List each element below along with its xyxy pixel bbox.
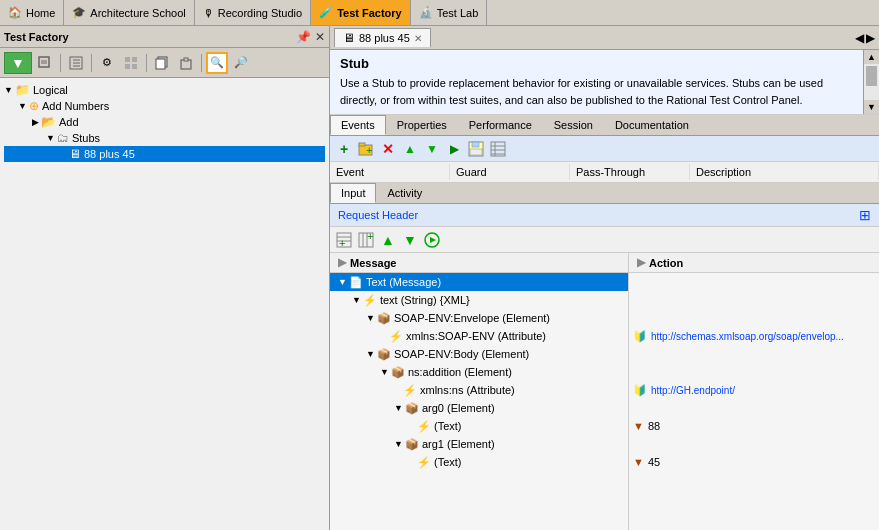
action-col-label: Action bbox=[649, 257, 683, 269]
action-link-3[interactable]: http://schemas.xmlsoap.org/soap/envelop.… bbox=[651, 331, 844, 342]
expand-add[interactable]: ▶ bbox=[32, 117, 39, 127]
toolbar-sep-3 bbox=[146, 54, 147, 72]
tree-item-add-numbers[interactable]: ▼ ⊕ Add Numbers bbox=[4, 98, 325, 114]
tab-input[interactable]: Input bbox=[330, 183, 376, 203]
msg-row-arg1-text[interactable]: ▶ ⚡ (Text) bbox=[330, 453, 628, 471]
msg-down-button[interactable]: ▼ bbox=[400, 230, 420, 250]
close-tab-button[interactable]: ✕ bbox=[414, 33, 422, 44]
action-row-2 bbox=[629, 309, 879, 327]
tab-session[interactable]: Session bbox=[543, 115, 604, 135]
msg-row-xmlns-ns[interactable]: ▶ ⚡ xmlns:ns (Attribute) bbox=[330, 381, 628, 399]
tab-events[interactable]: Events bbox=[330, 115, 386, 135]
scroll-right-arrow[interactable]: ▶ bbox=[866, 31, 875, 45]
col-event: Event bbox=[330, 164, 450, 180]
msg-row-arg1[interactable]: ▼ 📦 arg1 (Element) bbox=[330, 435, 628, 453]
nav-tab-test-lab-label: Test Lab bbox=[437, 7, 479, 19]
svg-marker-35 bbox=[430, 237, 436, 243]
nav-tab-test-lab[interactable]: 🔬 Test Lab bbox=[411, 0, 488, 25]
grid-button[interactable] bbox=[120, 52, 142, 74]
msg-add-row-button[interactable]: + bbox=[334, 230, 354, 250]
msg-row-expand-9[interactable]: ▼ bbox=[394, 439, 403, 449]
tree-item-stubs[interactable]: ▼ 🗂 Stubs bbox=[4, 130, 325, 146]
msg-row-expand-4[interactable]: ▼ bbox=[366, 349, 375, 359]
ev-add-green-button[interactable]: + bbox=[334, 139, 354, 159]
stub-scrollbar[interactable]: ▲ ▼ bbox=[863, 50, 879, 114]
msg-row-soap-body[interactable]: ▼ 📦 SOAP-ENV:Body (Element) bbox=[330, 345, 628, 363]
col-guard: Guard bbox=[450, 164, 570, 180]
msg-row-soap-envelope[interactable]: ▼ 📦 SOAP-ENV:Envelope (Element) bbox=[330, 309, 628, 327]
message-area: + + ▲ ▼ ▶ Message bbox=[330, 227, 879, 530]
expand-stubs[interactable]: ▼ bbox=[46, 133, 55, 143]
new-item-button[interactable]: ▼ bbox=[4, 52, 32, 74]
svg-rect-0 bbox=[39, 57, 49, 67]
action-row-4 bbox=[629, 345, 879, 363]
top-nav-bar: 🏠 Home 🎓 Architecture School 🎙 Recording… bbox=[0, 0, 879, 26]
expand-add-numbers[interactable]: ▼ bbox=[18, 101, 27, 111]
zoom-button[interactable]: 🔎 bbox=[230, 52, 252, 74]
action-row-3[interactable]: 🔰 http://schemas.xmlsoap.org/soap/envelo… bbox=[629, 327, 879, 345]
ev-save-button[interactable] bbox=[466, 139, 486, 159]
msg-row-expand-2[interactable]: ▼ bbox=[366, 313, 375, 323]
svg-text:+: + bbox=[367, 232, 373, 242]
action-row-6[interactable]: 🔰 http://GH.endpoint/ bbox=[629, 381, 879, 399]
right-tab-88plus45[interactable]: 🖥 88 plus 45 ✕ bbox=[334, 28, 431, 47]
tab-activity[interactable]: Activity bbox=[376, 183, 433, 203]
ev-play-button[interactable]: ▶ bbox=[444, 139, 464, 159]
msg-row-label-4: SOAP-ENV:Body (Element) bbox=[394, 348, 529, 360]
ev-grid-button[interactable] bbox=[488, 139, 508, 159]
gear-button[interactable]: ⚙ bbox=[96, 52, 118, 74]
action-row-8[interactable]: ▼ 88 bbox=[629, 417, 879, 435]
msg-row-arg0[interactable]: ▼ 📦 arg0 (Element) bbox=[330, 399, 628, 417]
tab-performance[interactable]: Performance bbox=[458, 115, 543, 135]
test-factory-icon: 🧪 bbox=[319, 6, 333, 19]
action-link-6[interactable]: http://GH.endpoint/ bbox=[651, 385, 735, 396]
ev-delete-button[interactable]: ✕ bbox=[378, 139, 398, 159]
scroll-up-arrow[interactable]: ▲ bbox=[864, 50, 879, 64]
msg-up-button[interactable]: ▲ bbox=[378, 230, 398, 250]
ev-move-down-button[interactable]: ▼ bbox=[422, 139, 442, 159]
filter-icon-10: ▼ bbox=[633, 456, 644, 468]
msg-row-xmlns-soap[interactable]: ▶ ⚡ xmlns:SOAP-ENV (Attribute) bbox=[330, 327, 628, 345]
msg-row-text-message[interactable]: ▼ 📄 Text (Message) bbox=[330, 273, 628, 291]
msg-row-text-string[interactable]: ▼ ⚡ text (String) {XML} bbox=[330, 291, 628, 309]
left-panel: Test Factory 📌 ✕ ▼ ⚙ bbox=[0, 26, 330, 530]
msg-row-expand-5[interactable]: ▼ bbox=[380, 367, 389, 377]
nav-tab-test-factory[interactable]: 🧪 Test Factory bbox=[311, 0, 411, 25]
paste-button[interactable] bbox=[175, 52, 197, 74]
ev-add-folder-button[interactable]: + bbox=[356, 139, 376, 159]
tree-item-88plus45[interactable]: ▶ 🖥 88 plus 45 bbox=[4, 146, 325, 162]
tree-label-add: Add bbox=[59, 116, 79, 128]
edit-button[interactable] bbox=[34, 52, 56, 74]
msg-row-expand-1[interactable]: ▼ bbox=[352, 295, 361, 305]
tree-item-logical[interactable]: ▼ 📁 Logical bbox=[4, 82, 325, 98]
nav-tab-rec[interactable]: 🎙 Recording Studio bbox=[195, 0, 311, 25]
pin-button[interactable]: 📌 bbox=[296, 30, 311, 44]
nav-tab-home[interactable]: 🏠 Home bbox=[0, 0, 64, 25]
arch-icon: 🎓 bbox=[72, 6, 86, 19]
search-button[interactable]: 🔍 bbox=[206, 52, 228, 74]
nav-tab-arch[interactable]: 🎓 Architecture School bbox=[64, 0, 194, 25]
scroll-left-arrow[interactable]: ◀ bbox=[855, 31, 864, 45]
tab-properties[interactable]: Properties bbox=[386, 115, 458, 135]
action-row-10[interactable]: ▼ 45 bbox=[629, 453, 879, 471]
tab-documentation[interactable]: Documentation bbox=[604, 115, 700, 135]
svg-rect-14 bbox=[184, 58, 188, 61]
msg-row-expand-0[interactable]: ▼ bbox=[338, 277, 347, 287]
msg-add-col-button[interactable]: + bbox=[356, 230, 376, 250]
ev-move-up-button[interactable]: ▲ bbox=[400, 139, 420, 159]
close-left-panel-button[interactable]: ✕ bbox=[315, 30, 325, 44]
list-button[interactable] bbox=[65, 52, 87, 74]
copy-button[interactable] bbox=[151, 52, 173, 74]
msg-row-label-5: ns:addition (Element) bbox=[408, 366, 512, 378]
request-header-label[interactable]: Request Header bbox=[338, 209, 418, 221]
msg-play-button[interactable] bbox=[422, 230, 442, 250]
action-row-1 bbox=[629, 291, 879, 309]
msg-row-arg0-text[interactable]: ▶ ⚡ (Text) bbox=[330, 417, 628, 435]
action-col-header-row: ▶ Action bbox=[629, 253, 879, 273]
msg-row-ns-addition[interactable]: ▼ 📦 ns:addition (Element) bbox=[330, 363, 628, 381]
expand-logical[interactable]: ▼ bbox=[4, 85, 13, 95]
tree-item-add[interactable]: ▶ 📂 Add bbox=[4, 114, 325, 130]
scroll-down-arrow[interactable]: ▼ bbox=[864, 100, 879, 114]
expand-request-header-button[interactable]: ⊞ bbox=[859, 207, 871, 223]
msg-row-expand-7[interactable]: ▼ bbox=[394, 403, 403, 413]
